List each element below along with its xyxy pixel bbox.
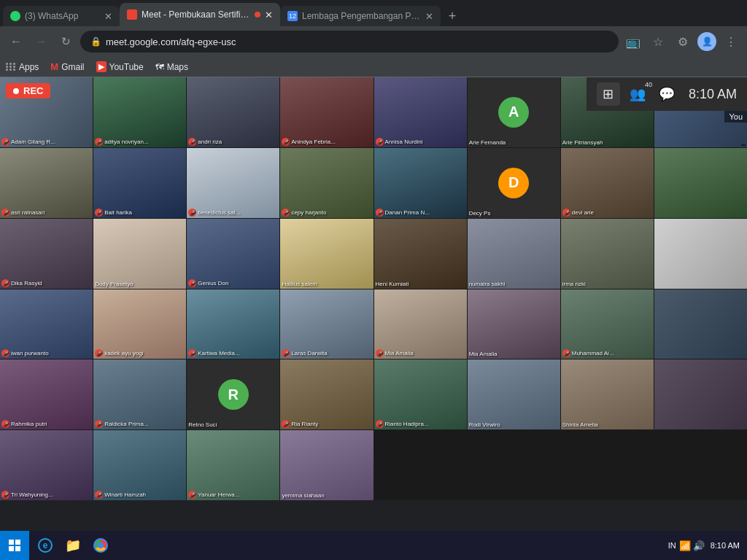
reload-button[interactable]: ↻ <box>55 31 76 52</box>
meet-chat-button[interactable]: 💬 <box>655 82 678 106</box>
participant-arie-fernanda-name: Arie Fernanda <box>469 139 506 146</box>
tab-lembaga-label: Lembaga Pengembangan Perba... <box>302 11 421 21</box>
participant-aditya-name: 🎤 aditya novriyan... <box>95 138 148 146</box>
participant-kadek-name: 🎤 kadek ayu yogi <box>95 349 143 357</box>
participant-andri-name: 🎤 andri riza <box>188 138 222 146</box>
windows-logo-icon <box>8 539 21 552</box>
profile-avatar[interactable]: 👤 <box>697 32 716 51</box>
meet-controls-top: ⊞ 👥 40 💬 8:10 AM <box>587 77 747 111</box>
tray-icons: 📶 🔊 <box>679 540 705 551</box>
participant-ria-name: 🎤 Ria Rianty <box>282 420 318 428</box>
rec-badge: REC <box>6 83 50 98</box>
lock-icon: 🔒 <box>90 36 101 47</box>
participant-winarti: 🎤 Winarti Hamzah <box>93 430 186 500</box>
participant-asri-name: 🎤 asri ratnasari <box>1 209 44 217</box>
tab-meet-label: Meet - Pembukaan Sertifika... <box>142 9 250 20</box>
taskbar-items: e 📁 <box>29 532 664 559</box>
bookmark-maps-label: Maps <box>167 62 188 72</box>
tab-meet-close[interactable]: ✕ <box>265 9 273 20</box>
participant-anindya-name: 🎤 Anindya Febria... <box>282 138 335 146</box>
participant-yanuar: 🎤 Yanuar Herwa... <box>187 430 279 500</box>
back-button[interactable]: ← <box>6 31 26 52</box>
explorer-icon: 📁 <box>65 537 81 553</box>
chrome-icon <box>93 538 108 553</box>
participant-count-badge: 40 <box>645 81 652 88</box>
bookmark-gmail[interactable]: M Gmail <box>50 61 84 72</box>
bookmark-maps[interactable]: 🗺 Maps <box>155 62 188 72</box>
participant-kartiwa: 🎤 Kartiwa Media... <box>187 289 279 359</box>
participant-empty5 <box>374 430 467 500</box>
participant-anindya: 🎤 Anindya Febria... <box>280 77 373 147</box>
meet-grid-view-button[interactable]: ⊞ <box>597 82 620 106</box>
address-bar[interactable]: 🔒 meet.google.com/afq-egxe-usc <box>80 31 619 52</box>
forward-button[interactable]: → <box>31 31 51 52</box>
participant-ria: 🎤 Ria Rianty <box>280 359 373 429</box>
decy-avatar: D <box>498 168 529 198</box>
participant-mia2: Mia Amalia <box>468 289 560 359</box>
system-tray: IN 📶 🔊 8:10 AM <box>664 540 747 551</box>
address-bar-row: ← → ↻ 🔒 meet.google.com/afq-egxe-usc 📺 ☆… <box>0 26 747 57</box>
participant-empty7 <box>561 430 654 500</box>
tab-bar: (3) WhatsApp ✕ Meet - Pembukaan Sertifik… <box>0 0 747 26</box>
participant-bait-name: 🎤 Bait harika <box>95 209 132 217</box>
apps-grid-icon <box>6 63 16 71</box>
bookmark-icon[interactable]: ☆ <box>648 31 668 52</box>
taskbar-ie[interactable]: e <box>32 532 58 559</box>
tab-whatsapp[interactable]: (3) WhatsApp ✕ <box>3 6 120 26</box>
tab-lembaga[interactable]: 12 Lembaga Pengembangan Perba... ✕ <box>280 6 441 26</box>
meet-time-display: 8:10 AM <box>689 87 737 102</box>
participant-shinta: Shinta Amelia <box>561 359 654 429</box>
settings-icon[interactable]: ⚙ <box>673 31 693 52</box>
participant-retno-name: Retno Suci <box>188 421 217 428</box>
network-icon: 📶 <box>679 540 691 551</box>
participant-annisa: 🎤 Annisa Nurdini <box>374 77 467 147</box>
cast-icon[interactable]: 📺 <box>623 31 643 52</box>
participant-you-label <box>741 144 746 146</box>
bookmarks-bar: Apps M Gmail ▶ YouTube 🗺 Maps <box>0 57 747 77</box>
participant-rahmika: 🎤 Rahmika putri <box>0 359 93 429</box>
participant-dody-name: Dody Prasetyo <box>95 281 133 287</box>
volume-icon: 🔊 <box>693 540 705 551</box>
participant-dody: Dody Prasetyo <box>93 219 186 289</box>
browser-chrome: (3) WhatsApp ✕ Meet - Pembukaan Sertifik… <box>0 0 747 560</box>
participant-empty1 <box>654 148 747 218</box>
participant-iwan-name: 🎤 iwan purwanto <box>1 349 49 357</box>
svg-rect-1 <box>15 540 20 545</box>
tab-lembaga-close[interactable]: ✕ <box>425 11 433 22</box>
tab-meet[interactable]: Meet - Pembukaan Sertifika... ✕ <box>120 3 280 26</box>
tab-whatsapp-label: (3) WhatsApp <box>25 11 100 21</box>
participant-heni: Heni Kurniati <box>374 219 467 289</box>
bookmark-youtube-label: YouTube <box>109 62 144 72</box>
start-button[interactable] <box>0 531 29 560</box>
meet-content: REC ⊞ 👥 40 💬 8:10 AM You 🎤 Adam Gilang R… <box>0 77 747 500</box>
bookmark-apps[interactable]: Apps <box>6 62 39 72</box>
participant-devi-name: 🎤 devi arie <box>562 209 594 217</box>
new-tab-button[interactable]: + <box>441 6 464 26</box>
taskbar-explorer[interactable]: 📁 <box>60 532 86 559</box>
bookmark-youtube[interactable]: ▶ YouTube <box>96 61 144 72</box>
clock: 8:10 AM <box>708 541 743 550</box>
arie-fernanda-avatar: A <box>498 97 529 128</box>
participant-arie-fernanda: A Arie Fernanda <box>468 77 560 147</box>
menu-icon[interactable]: ⋮ <box>721 31 741 52</box>
participant-raldicka: 🎤 Raldicka Prima... <box>93 359 186 429</box>
participant-annisa-name: 🎤 Annisa Nurdini <box>376 138 423 146</box>
svg-rect-2 <box>9 546 14 551</box>
participant-retno: R Retno Suci <box>187 359 279 429</box>
participant-mia1-name: 🎤 Mia Amalia <box>376 349 414 357</box>
participant-mia2-name: Mia Amalia <box>469 351 498 357</box>
participant-kadek: 🎤 kadek ayu yogi <box>93 289 186 359</box>
participant-cepy-name: 🎤 cepy harjanto <box>282 209 326 217</box>
participant-andri: 🎤 andri riza <box>187 77 279 147</box>
participant-rianto: 🎤 Rianto Hadipra... <box>374 359 467 429</box>
participant-kartiwa-name: 🎤 Kartiwa Media... <box>188 349 239 357</box>
participant-genius: 🎤 Genius Don <box>187 219 279 289</box>
participant-danan-name: 🎤 Danan Prima N... <box>376 209 430 217</box>
participant-devi: 🎤 devi arie <box>561 148 654 218</box>
tab-whatsapp-close[interactable]: ✕ <box>104 11 112 22</box>
address-text: meet.google.com/afq-egxe-usc <box>106 36 236 47</box>
meet-people-button[interactable]: 👥 40 <box>626 82 649 106</box>
participant-irma-name: irma rizki <box>562 281 586 287</box>
participant-mia1: 🎤 Mia Amalia <box>374 289 467 359</box>
taskbar-chrome[interactable] <box>88 532 114 559</box>
